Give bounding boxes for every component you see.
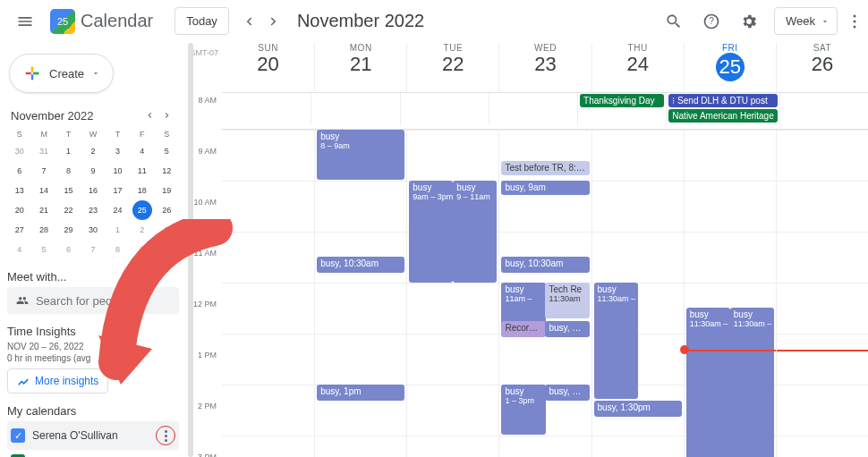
calendar-event[interactable]: Tech Re11:30am xyxy=(545,283,589,318)
calendar-event[interactable]: busy11:30am – 4 xyxy=(686,308,730,457)
day-column[interactable]: busy9am – 3pmbusy9 – 11ambusy5 – 6pm xyxy=(406,130,498,457)
day-header[interactable]: WED 23 xyxy=(498,43,591,92)
allday-cell[interactable] xyxy=(489,93,577,125)
day-header[interactable]: THU 24 xyxy=(591,43,684,92)
calendar-item[interactable]: ✓ Serena O'Sullivan xyxy=(7,421,179,450)
calendar-checkbox[interactable]: ✓ xyxy=(11,428,25,443)
more-insights-button[interactable]: More insights xyxy=(7,368,108,394)
mini-day[interactable]: 14 xyxy=(34,181,54,200)
mini-day[interactable]: 5 xyxy=(157,141,176,161)
search-people-input[interactable] xyxy=(36,294,170,308)
calendar-event[interactable]: busy, 9am xyxy=(501,181,589,195)
mini-day[interactable]: 19 xyxy=(157,181,176,200)
mini-day[interactable]: 21 xyxy=(34,200,54,220)
calendar-event[interactable]: busy, 12:30 xyxy=(545,321,589,337)
day-header[interactable]: MON 21 xyxy=(314,43,406,92)
mini-day[interactable]: 26 xyxy=(157,200,176,220)
day-column[interactable] xyxy=(776,130,868,457)
day-header[interactable]: SUN 20 xyxy=(222,43,314,92)
mini-day[interactable]: 9 xyxy=(83,161,103,181)
mini-day[interactable]: 4 xyxy=(132,141,152,161)
calendar-item[interactable]: ✓ Birthdays xyxy=(7,450,179,457)
prev-period-button[interactable] xyxy=(236,9,261,34)
mini-day[interactable]: 3 xyxy=(107,141,127,161)
mini-day[interactable]: 3 xyxy=(157,220,176,240)
calendar-event[interactable]: busy11am – xyxy=(501,283,545,326)
mini-day[interactable]: 5 xyxy=(34,240,54,259)
mini-day[interactable]: 20 xyxy=(10,200,30,220)
calendar-event[interactable]: busy, 1pm xyxy=(545,385,589,401)
overflow-menu-button[interactable] xyxy=(848,14,861,29)
day-column[interactable]: busy11:30am –busy, 1:30pm xyxy=(591,130,684,457)
day-header[interactable]: SAT 26 xyxy=(776,43,868,92)
calendar-event[interactable]: busy11:30am – xyxy=(594,283,638,399)
calendar-event[interactable]: busy8 – 9am xyxy=(317,130,404,180)
create-button[interactable]: Create xyxy=(9,54,114,93)
allday-cell[interactable] xyxy=(400,93,489,125)
day-column[interactable]: busy8 – 9ambusy, 10:30ambusy, 1pmbusy2:3… xyxy=(314,130,406,457)
help-button[interactable]: ? xyxy=(695,5,728,38)
mini-day[interactable]: 13 xyxy=(10,181,30,200)
calendar-event[interactable]: busy, 10:30am xyxy=(501,257,589,273)
view-switcher[interactable]: Week xyxy=(774,7,838,35)
mini-day[interactable]: 17 xyxy=(107,181,127,200)
calendar-event[interactable]: busy, 1:30pm xyxy=(594,401,682,417)
mini-day[interactable]: 2 xyxy=(132,220,152,240)
mini-day[interactable]: 10 xyxy=(107,161,127,181)
mini-day[interactable]: 1 xyxy=(107,220,127,240)
calendar-options-button[interactable] xyxy=(156,426,175,445)
day-column[interactable]: busy11:30am – 4busy11:30am – 3 xyxy=(684,130,776,457)
mini-day[interactable]: 6 xyxy=(59,240,79,259)
mini-day[interactable]: 18 xyxy=(132,181,152,200)
day-header[interactable]: TUE 22 xyxy=(406,43,498,92)
mini-day[interactable]: 25 xyxy=(132,200,152,220)
calendar-event[interactable]: busy1 – 3pm xyxy=(501,385,545,435)
mini-day[interactable]: 6 xyxy=(10,161,30,181)
mini-day[interactable]: 15 xyxy=(59,181,79,200)
mini-day[interactable]: 11 xyxy=(132,161,152,181)
mini-day[interactable]: 30 xyxy=(10,141,30,161)
main-menu-button[interactable] xyxy=(7,4,43,39)
day-header[interactable]: FRI 25 xyxy=(684,43,776,92)
mini-day[interactable]: 24 xyxy=(107,200,127,220)
mini-day[interactable]: 16 xyxy=(83,181,103,200)
allday-event[interactable]: Native American Heritage xyxy=(668,109,777,123)
mini-day[interactable]: 8 xyxy=(59,161,79,181)
mini-day[interactable]: 7 xyxy=(34,161,54,181)
allday-cell[interactable] xyxy=(779,93,868,125)
today-button[interactable]: Today xyxy=(174,7,229,35)
allday-event[interactable]: ⁝ Send DLH & DTU post xyxy=(668,94,777,107)
mini-day[interactable]: 7 xyxy=(83,240,103,259)
calendar-event[interactable]: busy9 – 11am xyxy=(453,181,497,283)
mini-day[interactable]: 8 xyxy=(107,240,127,259)
search-people-box[interactable] xyxy=(7,287,179,314)
calendar-event[interactable]: busy11:30am – 3 xyxy=(730,308,774,457)
mini-day[interactable]: 12 xyxy=(157,161,176,181)
allday-cell[interactable]: Thanksgiving Day xyxy=(577,93,666,125)
mini-prev-button[interactable] xyxy=(141,107,157,123)
mini-day[interactable]: 2 xyxy=(83,141,103,161)
day-column[interactable] xyxy=(222,130,314,457)
mini-day[interactable]: 27 xyxy=(10,220,30,240)
mini-day[interactable]: 28 xyxy=(34,220,54,240)
mini-day[interactable]: 9 xyxy=(132,240,152,259)
mini-next-button[interactable] xyxy=(159,107,175,123)
mini-day[interactable]: 10 xyxy=(157,240,176,259)
allday-cell[interactable] xyxy=(311,93,399,125)
calendar-event[interactable]: Test before TR, 8:30am xyxy=(501,161,589,175)
mini-day[interactable]: 4 xyxy=(10,240,30,259)
mini-day[interactable]: 23 xyxy=(83,200,103,220)
calendar-event[interactable]: busy9am – 3pm xyxy=(409,181,453,283)
next-period-button[interactable] xyxy=(261,9,286,34)
mini-day[interactable]: 31 xyxy=(34,141,54,161)
calendar-event[interactable]: busy, 10:30am xyxy=(317,257,404,273)
day-column[interactable]: Test before TR, 8:30ambusy, 9ambusy, 10:… xyxy=(498,130,591,457)
mini-day[interactable]: 29 xyxy=(59,220,79,240)
settings-button[interactable] xyxy=(733,5,765,38)
allday-event[interactable]: Thanksgiving Day xyxy=(580,94,664,107)
allday-cell[interactable] xyxy=(222,93,311,125)
allday-cell[interactable]: ⁝ Send DLH & DTU postNative American Her… xyxy=(666,93,779,125)
search-button[interactable] xyxy=(658,5,690,38)
mini-day[interactable]: 1 xyxy=(59,141,79,161)
calendar-event[interactable]: Record WLS xyxy=(501,321,545,337)
